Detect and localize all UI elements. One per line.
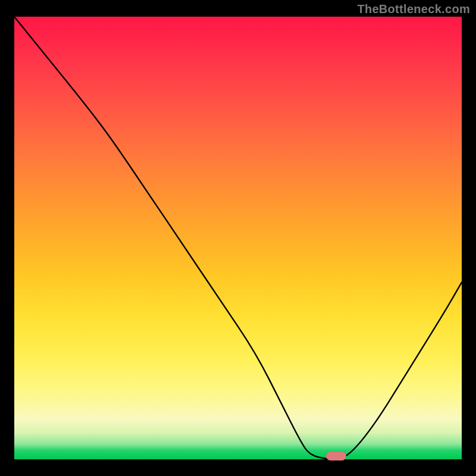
bottleneck-curve-svg <box>14 17 462 459</box>
optimal-marker <box>326 452 346 461</box>
bottleneck-curve-path <box>14 17 462 459</box>
chart-frame: TheBottleneck.com <box>0 0 476 476</box>
watermark-text: TheBottleneck.com <box>357 2 470 16</box>
